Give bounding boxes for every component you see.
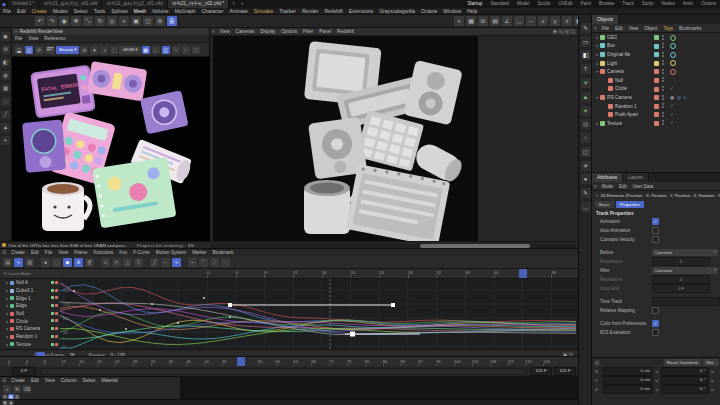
visibility-dot[interactable] [662, 86, 664, 88]
before-dropdown[interactable]: Constant▾ [652, 249, 718, 256]
end-frame-field[interactable]: 120 F [530, 367, 552, 376]
track-solo-toggle[interactable] [55, 319, 58, 322]
render-settings-icon[interactable]: ⚙ [155, 16, 165, 26]
menu-mode[interactable]: Mode [599, 183, 616, 190]
spline-pen-icon[interactable]: ✎ [581, 23, 591, 33]
reset-transform-button[interactable]: Reset Transform [664, 359, 701, 366]
rt-render-button[interactable]: RT [45, 46, 55, 54]
protection-tag-icon[interactable]: ▣ [670, 95, 674, 100]
layer-color-chip[interactable] [654, 104, 659, 109]
menu-functions[interactable]: Functions [90, 249, 116, 256]
fcurve-canvas[interactable]: 16012080400 [60, 279, 578, 349]
object-row[interactable]: ▸Light [592, 59, 720, 68]
axis-lock-y-icon[interactable]: y [550, 16, 560, 26]
menu-create[interactable]: Create [8, 249, 28, 256]
object-row[interactable]: ▸Original file [592, 50, 720, 59]
light-icon[interactable]: ☀ [581, 161, 591, 171]
circle-select-icon[interactable]: ○ [182, 46, 190, 54]
track-solo-toggle[interactable] [55, 296, 58, 299]
section-properties[interactable]: Properties [616, 201, 644, 208]
menu-tags[interactable]: Tags [660, 25, 676, 32]
menu-frame[interactable]: Frame [71, 249, 90, 256]
layer-color-chip[interactable] [654, 52, 659, 57]
time-track-field[interactable] [652, 297, 720, 306]
constant-velocity-checkbox[interactable] [652, 236, 659, 243]
object-row[interactable]: ▸Texture✓ [592, 119, 720, 128]
menu-tracker[interactable]: Tracker [276, 8, 299, 15]
dropdown-arrow-icon[interactable]: ▾ [90, 46, 98, 54]
visibility-dot[interactable] [662, 95, 664, 97]
rotation-y-field[interactable]: 0 ° [661, 376, 709, 385]
menu-view[interactable]: View [217, 28, 233, 35]
quantize-icon[interactable]: ∠ [502, 16, 512, 26]
snap-icon[interactable]: ⧉ [478, 16, 488, 26]
layer-color-chip[interactable] [654, 69, 659, 74]
material-ball-icon[interactable]: ● [581, 174, 591, 184]
enabled-check-icon[interactable]: ✓ [670, 103, 674, 108]
camera-icon[interactable]: ◫ [581, 147, 591, 157]
menu-display[interactable]: Display [257, 28, 278, 35]
mograph-cloner-icon[interactable]: ✳ [581, 78, 591, 88]
stepper-icon[interactable]: ◂▸ [655, 379, 659, 383]
viewport-menu-icon[interactable]: ≡ [212, 29, 215, 34]
section-basic[interactable]: Basic [595, 201, 614, 208]
render-view-icon[interactable]: ▣ [131, 16, 141, 26]
menu-edit[interactable]: Edit [612, 25, 626, 32]
menu-cameras[interactable]: Cameras [233, 28, 258, 35]
menu-marker[interactable]: Marker [189, 249, 209, 256]
menu-reference[interactable]: Reference [41, 35, 68, 42]
menu-file[interactable]: File [42, 249, 55, 256]
visibility-dot[interactable] [662, 89, 664, 91]
timeline-track-row[interactable]: ▸Circle [0, 317, 60, 325]
max-frame-field[interactable]: 120 F [554, 367, 576, 376]
grid-snap-icon[interactable]: ▤ [490, 16, 500, 26]
disc-icon[interactable]: ◎ [581, 119, 591, 129]
track-enable-toggle[interactable] [51, 304, 54, 307]
save-image-icon[interactable]: ⬓ [15, 46, 23, 54]
layout-tab-nodes[interactable]: Nodes [657, 0, 678, 8]
visibility-dot[interactable] [662, 120, 664, 122]
menu-material[interactable]: Material [98, 377, 120, 384]
menu-edit[interactable]: Edit [14, 8, 29, 15]
enable-axis-icon[interactable]: ⌖ [1, 136, 10, 145]
magnet-icon[interactable]: ◡ [514, 16, 524, 26]
menu-mograph[interactable]: MoGraph [172, 8, 199, 15]
mograph-fracture-icon[interactable]: ▲ [581, 92, 591, 102]
track-enable-toggle[interactable] [51, 327, 54, 330]
workplane-icon[interactable]: ▦ [466, 16, 476, 26]
menu-render[interactable]: Render [299, 8, 321, 15]
cube-primitive-icon[interactable]: ◧ [581, 50, 591, 60]
refresh-icon[interactable]: ⟳ [35, 46, 43, 54]
visibility-dot[interactable] [662, 69, 664, 71]
frame-range-slider[interactable] [40, 368, 526, 375]
visibility-dot[interactable] [662, 115, 664, 117]
slope-icon[interactable]: ∕ [210, 258, 219, 267]
object-row[interactable]: Circle✓ [592, 85, 720, 94]
track-enable-toggle[interactable] [51, 319, 54, 322]
menu-edit[interactable]: Edit [28, 377, 42, 384]
menu-tools[interactable]: Tools [91, 8, 109, 15]
loop-end-field[interactable]: 0 F [652, 284, 710, 293]
text-primitive-icon[interactable]: T [581, 64, 591, 74]
relative-mapping-checkbox[interactable] [652, 307, 659, 314]
visibility-dot[interactable] [662, 63, 664, 65]
track-solo-toggle[interactable] [55, 343, 58, 346]
scale-key-icon[interactable]: ◇ [112, 258, 121, 267]
step-interp-icon[interactable]: ⌐ [161, 258, 170, 267]
layout-tab-uvedit[interactable]: UVEdit [554, 0, 576, 8]
visibility-dot[interactable] [662, 106, 664, 108]
object-row[interactable]: Push Apart✓ [592, 110, 720, 119]
dope-sheet-mode-icon[interactable]: ▤ [3, 258, 12, 267]
layer-color-chip[interactable] [654, 61, 659, 66]
motion-mode-icon[interactable]: ▥ [25, 258, 34, 267]
position-x-field[interactable]: 0 cm [603, 367, 653, 376]
object-row[interactable]: ▾Camera [592, 67, 720, 76]
layout-tab-track[interactable]: Track [618, 0, 637, 8]
snapshot-icon[interactable]: ◫ [25, 46, 33, 54]
timeline-track-row[interactable]: ▸Cube3 1 [0, 287, 60, 295]
menu-create[interactable]: Create [8, 377, 28, 384]
menu-modes[interactable]: Modes [50, 8, 71, 15]
visibility-dot[interactable] [662, 52, 664, 54]
timeline-track-row[interactable]: ▸Edge [0, 302, 60, 310]
magnet-tool-icon[interactable]: ◡ [581, 202, 591, 212]
